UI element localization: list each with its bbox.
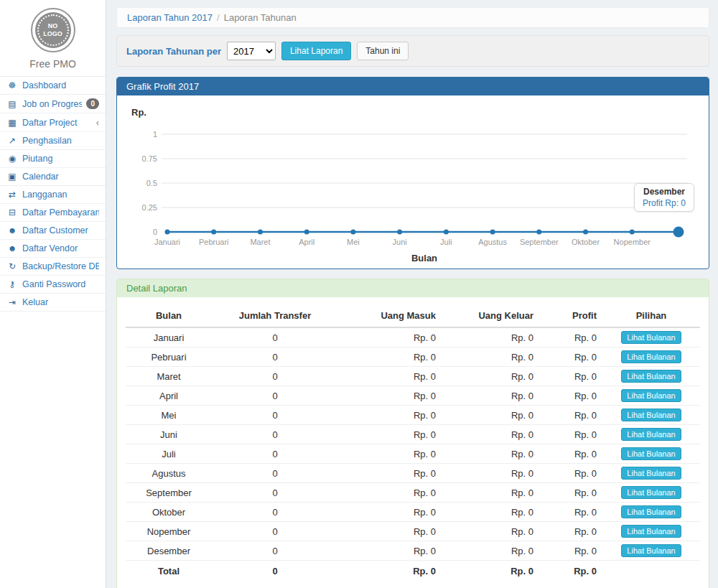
svg-text:0: 0 <box>153 228 157 236</box>
cell-uang-keluar: Rp. 0 <box>442 327 539 347</box>
users-icon: ☻ <box>6 243 18 253</box>
cell-jumlah-transfer: 0 <box>212 406 338 425</box>
cell-jumlah-transfer: 0 <box>212 327 338 347</box>
svg-text:Mei: Mei <box>347 238 360 246</box>
cell-bulan: Agustus <box>126 464 212 483</box>
cell-uang-masuk: Rp. 0 <box>338 522 442 541</box>
sidebar-item-ganti-password[interactable]: ⚷Ganti Password <box>0 276 106 294</box>
cell-jumlah-transfer: 0 <box>212 425 338 444</box>
cell-pilihan: Lihat Bulanan <box>602 406 700 425</box>
cell-jumlah-transfer: 0 <box>212 541 338 561</box>
column-header: Uang Keluar <box>442 304 539 327</box>
sidebar-item-label: Daftar Project <box>22 118 92 128</box>
sidebar-item-label: Daftar Customer <box>22 225 99 235</box>
lihat-laporan-button[interactable]: Lihat Laporan <box>281 42 351 60</box>
cell-bulan: Juni <box>126 425 212 444</box>
sidebar-nav: ☸Dashboard▤Job on Progress0▦Daftar Proje… <box>0 77 106 312</box>
cell-jumlah-transfer: 0 <box>212 444 338 464</box>
table-row: April0Rp. 0Rp. 0Rp. 0Lihat Bulanan <box>126 386 700 406</box>
lihat-bulanan-button[interactable]: Lihat Bulanan <box>621 428 681 441</box>
sidebar-item-calendar[interactable]: ▣Calendar <box>0 168 106 186</box>
svg-text:Rp.: Rp. <box>131 107 146 118</box>
cell-uang-keluar: Rp. 0 <box>442 503 539 522</box>
column-header: Bulan <box>126 304 212 327</box>
lihat-bulanan-button[interactable]: Lihat Bulanan <box>621 389 681 402</box>
profit-chart[interactable]: 00.250.50.751Rp.JanuariPebruariMaretApri… <box>126 103 700 265</box>
cell-uang-masuk: Rp. 0 <box>338 444 442 464</box>
sidebar-item-langganan[interactable]: ⇄Langganan <box>0 186 106 204</box>
lihat-bulanan-button[interactable]: Lihat Bulanan <box>621 370 681 383</box>
sidebar-item-label: Piutang <box>22 154 99 164</box>
sidebar-item-daftar-pembayaran[interactable]: ⊟Daftar Pembayaran <box>0 204 106 222</box>
cell-profit: Rp. 0 <box>539 503 602 522</box>
lihat-bulanan-button[interactable]: Lihat Bulanan <box>621 505 681 518</box>
breadcrumb-link[interactable]: Laporan Tahun 2017 <box>127 12 213 23</box>
cell-pilihan: Lihat Bulanan <box>602 386 700 406</box>
cell-uang-keluar: Rp. 0 <box>442 522 539 541</box>
table-row: Desember0Rp. 0Rp. 0Rp. 0Lihat Bulanan <box>126 541 700 561</box>
lihat-bulanan-button[interactable]: Lihat Bulanan <box>621 350 681 363</box>
chart-tooltip: Desember Profit Rp: 0 <box>634 183 694 212</box>
cell-uang-keluar: Rp. 0 <box>442 483 539 503</box>
total-uang-keluar: Rp. 0 <box>442 561 539 580</box>
sidebar-item-label: Dashboard <box>22 80 99 90</box>
lihat-bulanan-button[interactable]: Lihat Bulanan <box>621 467 681 480</box>
cell-pilihan: Lihat Bulanan <box>602 425 700 444</box>
svg-text:1: 1 <box>153 130 157 139</box>
cell-bulan: Pebruari <box>126 347 212 367</box>
svg-text:Nopember: Nopember <box>614 238 651 246</box>
cell-uang-keluar: Rp. 0 <box>442 464 539 483</box>
cell-uang-keluar: Rp. 0 <box>442 444 539 464</box>
report-table: BulanJumlah TransferUang MasukUang Kelua… <box>126 304 700 579</box>
svg-text:Maret: Maret <box>250 238 270 246</box>
refresh-icon: ↻ <box>6 261 18 271</box>
sidebar-item-dashboard[interactable]: ☸Dashboard <box>0 77 106 95</box>
detail-laporan-panel: Detail Laporan BulanJumlah TransferUang … <box>116 279 709 588</box>
year-select[interactable]: 2017 <box>227 42 276 60</box>
report-filter-panel: Laporan Tahunan per 2017 Lihat Laporan T… <box>116 35 709 67</box>
sidebar-item-daftar-vendor[interactable]: ☻Daftar Vendor <box>0 240 106 258</box>
cell-pilihan: Lihat Bulanan <box>602 503 700 522</box>
svg-text:September: September <box>520 238 559 246</box>
cell-pilihan: Lihat Bulanan <box>602 522 700 541</box>
lihat-bulanan-button[interactable]: Lihat Bulanan <box>621 447 681 460</box>
sidebar-item-backup-restore-db[interactable]: ↻Backup/Restore DB <box>0 258 106 276</box>
count-badge: 0 <box>86 98 99 109</box>
cell-jumlah-transfer: 0 <box>212 464 338 483</box>
lihat-bulanan-button[interactable]: Lihat Bulanan <box>621 544 681 557</box>
cell-profit: Rp. 0 <box>539 406 602 425</box>
table-row: Nopember0Rp. 0Rp. 0Rp. 0Lihat Bulanan <box>126 522 700 541</box>
cell-uang-masuk: Rp. 0 <box>338 464 442 483</box>
cell-bulan: Oktober <box>126 503 212 522</box>
money-icon: ◉ <box>6 154 18 164</box>
sidebar-item-label: Job on Progress <box>22 99 82 109</box>
total-label: Total <box>126 561 212 580</box>
lihat-bulanan-button[interactable]: Lihat Bulanan <box>621 486 681 499</box>
svg-text:0.25: 0.25 <box>142 203 157 212</box>
sidebar-item-penghasilan[interactable]: ↗Penghasilan <box>0 132 106 150</box>
no-logo-seal: NO LOGO <box>31 8 75 52</box>
tahun-ini-button[interactable]: Tahun ini <box>357 42 409 60</box>
cell-profit: Rp. 0 <box>539 386 602 406</box>
sidebar-item-piutang[interactable]: ◉Piutang <box>0 150 106 168</box>
lihat-bulanan-button[interactable]: Lihat Bulanan <box>621 331 681 344</box>
sidebar-item-label: Langganan <box>22 190 99 200</box>
cell-uang-masuk: Rp. 0 <box>338 386 442 406</box>
table-row: Januari0Rp. 0Rp. 0Rp. 0Lihat Bulanan <box>126 327 700 347</box>
table-row: Agustus0Rp. 0Rp. 0Rp. 0Lihat Bulanan <box>126 464 700 483</box>
total-jumlah-transfer: 0 <box>212 561 338 580</box>
svg-text:Pebruari: Pebruari <box>199 238 229 246</box>
cell-uang-masuk: Rp. 0 <box>338 347 442 367</box>
sidebar-item-keluar[interactable]: ⇥Keluar <box>0 294 106 312</box>
lock-icon: ⚷ <box>6 279 18 289</box>
sidebar-item-daftar-project[interactable]: ▦Daftar Project‹ <box>0 113 106 132</box>
lihat-bulanan-button[interactable]: Lihat Bulanan <box>621 409 681 421</box>
sidebar-item-job-on-progress[interactable]: ▤Job on Progress0 <box>0 95 106 113</box>
cell-bulan: Juli <box>126 444 212 464</box>
filter-label: Laporan Tahunan per <box>126 46 221 57</box>
table-header-row: BulanJumlah TransferUang MasukUang Kelua… <box>126 304 700 327</box>
sidebar-item-daftar-customer[interactable]: ☻Daftar Customer <box>0 222 106 240</box>
lihat-bulanan-button[interactable]: Lihat Bulanan <box>621 525 681 538</box>
list-icon: ▤ <box>6 99 18 109</box>
column-header: Jumlah Transfer <box>212 304 338 327</box>
